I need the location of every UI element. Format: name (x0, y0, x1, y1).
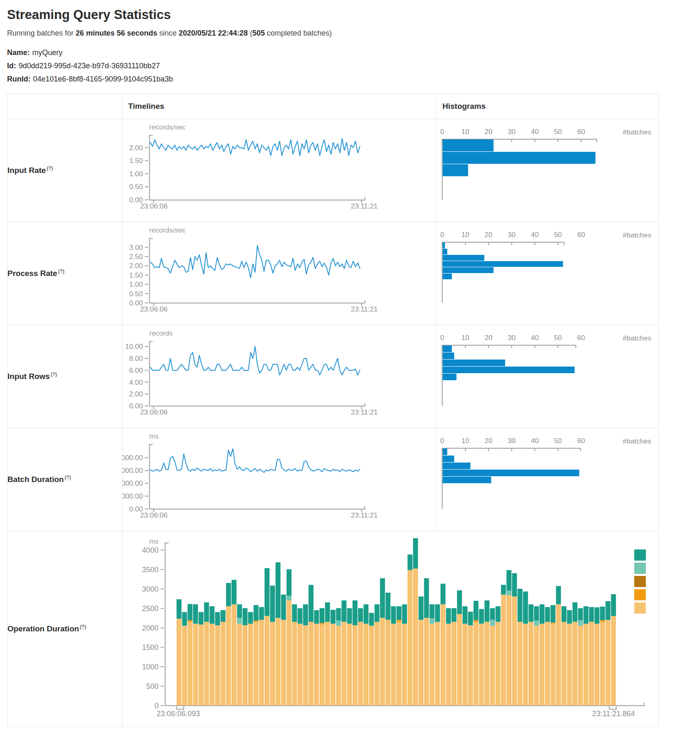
operation-duration-row: Operation Duration(?) ms 23:06:06.093 23… (7, 531, 659, 727)
process-rate-timeline-cell: records/sec 23:06:06 23:11:21 0.000.501.… (122, 222, 437, 325)
input-rows-histogram-chart: #batches 0102030405060 (437, 325, 658, 428)
input-rows-help-link[interactable]: (?) (50, 372, 57, 377)
input-rate-histogram-chart: #batches 0102030405060 (437, 119, 658, 222)
operation-duration-stacked-chart: ms 23:06:06.093 23:11:21.864 05001000150… (122, 532, 658, 727)
svg-text:1500: 1500 (142, 643, 158, 651)
operation-duration-help-link[interactable]: (?) (80, 624, 86, 630)
input-rows-row: Input Rows(?) records 23:06:06 23:11:21 … (7, 325, 659, 428)
svg-text:4,000.00: 4,000.00 (122, 454, 143, 462)
svg-text:40: 40 (531, 128, 539, 136)
running-batches-summary: Running batches for 26 minutes 56 second… (7, 29, 700, 38)
operation-duration-label: Operation Duration (7, 625, 79, 633)
input-rate-label: Input Rate (7, 166, 46, 175)
statistics-table: Timelines Histograms Input Rate(?) recor… (7, 94, 659, 727)
batch-duration-row: Batch Duration(?) ms 23:06:06 23:11:21 0… (7, 428, 659, 531)
svg-text:8.00: 8.00 (129, 355, 143, 362)
svg-text:50: 50 (554, 334, 562, 342)
operation-duration-chart-cell: ms 23:06:06.093 23:11:21.864 05001000150… (122, 531, 659, 727)
input-rows-histogram-cell: #batches 0102030405060 (437, 325, 659, 428)
svg-text:500: 500 (146, 682, 158, 690)
svg-text:20: 20 (485, 437, 492, 445)
process-rate-label-cell: Process Rate(?) (7, 222, 122, 325)
batch-duration-timeline-chart: ms 23:06:06 23:11:21 0.001,000.002,000.0… (122, 428, 436, 531)
svg-text:2.00: 2.00 (129, 262, 143, 270)
table-header-row: Timelines Histograms (7, 94, 659, 119)
svg-text:0: 0 (440, 437, 444, 445)
batch-duration-label: Batch Duration (7, 475, 64, 484)
svg-text:20: 20 (485, 128, 492, 136)
svg-text:60: 60 (577, 128, 585, 136)
operation-duration-label-cell: Operation Duration(?) (7, 531, 122, 727)
svg-text:50: 50 (554, 437, 562, 445)
svg-text:3.00: 3.00 (129, 244, 143, 252)
batch-duration-histogram-cell: #batches 0102030405060 (437, 428, 659, 531)
process-rate-timeline-chart: records/sec 23:06:06 23:11:21 0.000.501.… (122, 222, 436, 325)
svg-text:3000: 3000 (142, 585, 158, 593)
start-timestamp: 2020/05/21 22:44:28 (179, 29, 248, 37)
svg-text:50: 50 (554, 128, 562, 136)
svg-text:0.00: 0.00 (129, 402, 143, 410)
subtitle-mid: since (157, 29, 179, 37)
svg-text:4000: 4000 (142, 546, 158, 554)
header-timelines: Timelines (122, 94, 437, 119)
input-rows-label-cell: Input Rows(?) (7, 325, 122, 428)
input-rate-histogram-cell: #batches 0102030405060 (437, 119, 659, 222)
input-rows-label: Input Rows (7, 372, 50, 381)
svg-text:0.00: 0.00 (129, 505, 143, 513)
svg-text:0.50: 0.50 (129, 290, 143, 298)
input-rate-label-cell: Input Rate(?) (7, 119, 122, 222)
process-rate-histogram-cell: #batches 0102030405060 (437, 222, 659, 325)
svg-text:2.00: 2.00 (129, 144, 143, 152)
page-title: Streaming Query Statistics (7, 7, 700, 22)
process-rate-help-link[interactable]: (?) (58, 269, 64, 274)
svg-text:40: 40 (531, 437, 539, 445)
svg-text:0: 0 (440, 231, 444, 239)
svg-text:10: 10 (461, 437, 469, 445)
process-rate-row: Process Rate(?) records/sec 23:06:06 23:… (7, 222, 659, 325)
svg-text:2.50: 2.50 (129, 253, 143, 261)
svg-text:2000: 2000 (142, 624, 158, 632)
svg-text:10: 10 (461, 128, 469, 136)
header-histograms: Histograms (437, 94, 659, 119)
svg-text:2.00: 2.00 (129, 390, 143, 398)
query-metadata: Name:myQuery Id:9d0dd219-995d-423e-b97d-… (7, 48, 700, 84)
svg-text:60: 60 (577, 437, 585, 445)
completed-batch-count: 505 (252, 29, 265, 37)
svg-text:10: 10 (461, 231, 469, 239)
input-rate-timeline-cell: records/sec 23:06:06 23:11:21 0.000.501.… (122, 119, 437, 222)
batch-duration-help-link[interactable]: (?) (65, 475, 71, 480)
svg-text:30: 30 (508, 334, 516, 342)
svg-text:0: 0 (154, 701, 158, 710)
svg-text:60: 60 (577, 231, 585, 239)
svg-text:1.50: 1.50 (129, 157, 143, 165)
process-rate-histogram-chart: #batches 0102030405060 (437, 222, 658, 325)
svg-text:60: 60 (577, 334, 585, 342)
svg-text:4.00: 4.00 (129, 379, 143, 386)
query-runid-line: RunId:04e101e6-8bf8-4165-9099-9104c951ba… (7, 75, 700, 84)
svg-text:1.00: 1.00 (129, 170, 143, 178)
svg-text:3500: 3500 (142, 565, 158, 573)
svg-text:30: 30 (508, 231, 516, 239)
svg-text:20: 20 (485, 231, 492, 239)
svg-text:0: 0 (440, 334, 444, 342)
svg-text:20: 20 (485, 334, 492, 342)
svg-text:0.00: 0.00 (129, 196, 143, 204)
svg-text:6.00: 6.00 (129, 367, 143, 374)
query-id-value: 9d0dd219-995d-423e-b97d-36931110bb27 (19, 62, 160, 70)
batch-duration-label-cell: Batch Duration(?) (7, 428, 122, 531)
query-name-line: Name:myQuery (7, 48, 700, 57)
input-rows-timeline-chart: records 23:06:06 23:11:21 0.002.004.006.… (122, 325, 436, 428)
svg-text:1.50: 1.50 (129, 271, 143, 279)
query-name-value: myQuery (32, 48, 62, 57)
input-rate-help-link[interactable]: (?) (47, 165, 53, 171)
subtitle-open-paren: ( (248, 29, 252, 37)
query-id-label: Id: (7, 62, 16, 70)
svg-text:30: 30 (508, 128, 516, 136)
svg-text:10.00: 10.00 (125, 343, 143, 350)
process-rate-label: Process Rate (7, 269, 57, 278)
svg-text:10: 10 (461, 334, 469, 342)
query-name-label: Name: (7, 48, 30, 57)
batch-duration-timeline-cell: ms 23:06:06 23:11:21 0.001,000.002,000.0… (122, 428, 437, 531)
svg-text:2500: 2500 (142, 604, 158, 612)
subtitle-prefix: Running batches for (7, 29, 76, 37)
